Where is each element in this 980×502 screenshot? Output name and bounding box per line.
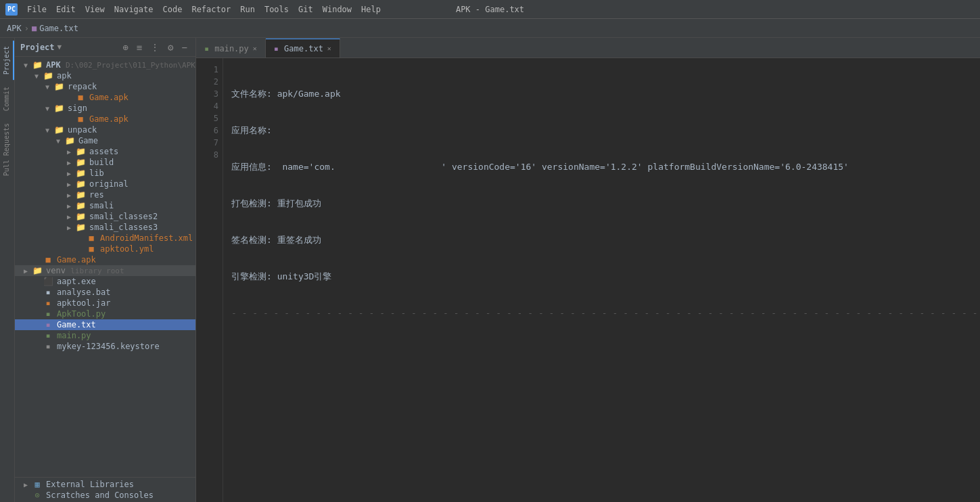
file-icon-manifest: ■	[85, 233, 97, 243]
menu-git[interactable]: Git	[294, 3, 317, 16]
tree-mykey-keystore[interactable]: ▪ mykey-123456.keystore	[15, 341, 195, 352]
title-bar: PC File Edit View Navigate Code Refactor…	[0, 0, 980, 19]
icon-scratches: ⊙	[31, 490, 43, 500]
tree-sign-game-apk[interactable]: ■ Game.apk	[15, 114, 195, 124]
tree-androidmanifest[interactable]: ■ AndroidManifest.xml	[15, 233, 195, 244]
sidebar-pull-requests-tab[interactable]: Pull Requests	[0, 118, 14, 181]
file-icon-bat: ▪	[42, 288, 54, 297]
tree-smali3-folder[interactable]: ▶ 📁 smali_classes3	[15, 222, 195, 233]
tree-label-keystore: mykey-123456.keystore	[57, 342, 160, 351]
tree-original-folder[interactable]: ▶ 📁 original	[15, 179, 195, 189]
tree-smali2-folder[interactable]: ▶ 📁 smali_classes2	[15, 211, 195, 222]
tree-repack-folder[interactable]: ▼ 📁 repack	[15, 81, 195, 92]
folder-icon-smali: 📁	[74, 201, 87, 210]
tree-label-aapt: aapt.exe	[57, 277, 96, 286]
tree-analyse-bat[interactable]: ▪ analyse.bat	[15, 287, 195, 298]
menu-navigate[interactable]: Navigate	[110, 3, 158, 16]
breadcrumb-sep: ›	[24, 24, 29, 33]
tree-game-apk-root[interactable]: ■ Game.apk	[15, 254, 195, 265]
tree-venv-folder[interactable]: ▶ 📁 venv library root	[15, 265, 195, 276]
code-area: 1 2 3 4 5 6 7 8 文件名称: apk/Game.apk 应用名称:…	[196, 58, 980, 502]
tree-apk-folder[interactable]: ▼ 📁 apk	[15, 70, 195, 81]
tree-repack-game-apk[interactable]: ■ Game.apk	[15, 92, 195, 103]
menu-refactor[interactable]: Refactor	[187, 3, 235, 16]
tree-unpack-folder[interactable]: ▼ 📁 unpack	[15, 124, 195, 135]
folder-icon-game: 📁	[64, 136, 76, 145]
tree-label-lib: lib	[89, 168, 104, 178]
tree-arrow-game: ▼	[53, 137, 64, 145]
file-icon-sign-apk: ■	[74, 114, 87, 124]
tree-label-smali2: smali_classes2	[89, 212, 158, 221]
folder-icon-lib: 📁	[74, 168, 87, 178]
tree-label-gameapk-root: Game.apk	[57, 255, 96, 265]
folder-icon-unpack: 📁	[53, 125, 65, 135]
project-tree: ▼ 📁 APK D:\002_Project\011_Python\APK ▼ …	[15, 57, 195, 477]
menu-code[interactable]: Code	[159, 3, 187, 16]
tab-icon-game-txt: ▪	[274, 44, 279, 53]
tree-label-unpack: unpack	[68, 125, 97, 135]
folder-icon-smali2: 📁	[74, 212, 87, 221]
tree-apktool-yml[interactable]: ■ apktool.yml	[15, 244, 195, 254]
app-logo: PC	[5, 3, 18, 16]
tree-smali-folder[interactable]: ▶ 📁 smali	[15, 200, 195, 211]
close-panel-btn[interactable]: −	[179, 41, 190, 54]
sidebar-commit-tab[interactable]: Commit	[0, 81, 14, 116]
breadcrumb-root[interactable]: APK	[7, 24, 22, 33]
menu-tools[interactable]: Tools	[260, 3, 293, 16]
tree-arrow-ext-libs: ▶	[20, 481, 31, 488]
code-line-1: 文件名称: apk/Game.apk	[231, 88, 980, 100]
locate-file-btn[interactable]: ⊕	[120, 41, 131, 54]
tab-main-py[interactable]: ▪ main.py ✕	[196, 39, 266, 58]
folder-icon-original: 📁	[74, 179, 87, 189]
tree-main-py[interactable]: ▪ main.py	[15, 330, 195, 341]
tree-label-scratches: Scratches and Consoles	[46, 490, 154, 500]
menu-help[interactable]: Help	[357, 3, 385, 16]
tree-build-folder[interactable]: ▶ 📁 build	[15, 157, 195, 168]
tree-scratches[interactable]: ⊙ Scratches and Consoles	[15, 490, 195, 501]
settings-btn[interactable]: ⚙	[165, 41, 176, 54]
menu-window[interactable]: Window	[319, 3, 356, 16]
tree-res-folder[interactable]: ▶ 📁 res	[15, 189, 195, 200]
tree-label-manifest: AndroidManifest.xml	[100, 233, 193, 243]
breadcrumb-file: ■Game.txt	[32, 24, 78, 33]
tree-game-folder[interactable]: ▼ 📁 Game	[15, 135, 195, 146]
tree-apktool-py[interactable]: ▪ ApkTool.py	[15, 309, 195, 319]
collapse-all-btn[interactable]: ≡	[134, 41, 145, 54]
tree-game-txt[interactable]: ▪ Game.txt	[15, 319, 195, 330]
tree-label-ext-libs: External Libraries	[46, 480, 134, 489]
tree-label-assets: assets	[89, 147, 118, 156]
tab-close-game-txt[interactable]: ✕	[327, 45, 331, 52]
tree-ext-libs[interactable]: ▶ ▦ External Libraries	[15, 479, 195, 490]
code-line-2: 应用名称:	[231, 124, 980, 137]
tree-label-apk: APK D:\002_Project\011_Python\APK	[46, 60, 195, 70]
file-icon-keystore: ▪	[42, 342, 54, 351]
tree-arrow-res: ▶	[64, 191, 74, 199]
project-actions: ⊕ ≡ ⋮ ⚙ −	[120, 41, 190, 54]
tree-arrow-venv: ▶	[20, 267, 31, 275]
tree-sign-folder[interactable]: ▼ 📁 sign	[15, 103, 195, 114]
menu-file[interactable]: File	[23, 3, 51, 16]
tree-arrow-repack: ▼	[42, 83, 53, 91]
project-header: Project ▼ ⊕ ≡ ⋮ ⚙ −	[15, 38, 195, 57]
code-content[interactable]: 文件名称: apk/Game.apk 应用名称: 应用信息: name='com…	[223, 58, 980, 502]
tree-apk-root[interactable]: ▼ 📁 APK D:\002_Project\011_Python\APK	[15, 60, 195, 70]
tree-assets-folder[interactable]: ▶ 📁 assets	[15, 146, 195, 157]
tree-arrow-assets: ▶	[64, 148, 74, 156]
menu-run[interactable]: Run	[236, 3, 259, 16]
expand-all-btn[interactable]: ⋮	[147, 41, 162, 54]
tree-apktool-jar[interactable]: ▪ apktool.jar	[15, 298, 195, 309]
tab-close-main-py[interactable]: ✕	[253, 45, 257, 52]
icon-ext-libs: ▦	[31, 480, 43, 489]
menu-view[interactable]: View	[81, 3, 109, 16]
code-line-4: 打包检测: 重打包成功	[231, 198, 980, 210]
tree-label-repack-apk: Game.apk	[89, 93, 129, 102]
tree-label-smali: smali	[89, 201, 114, 210]
tree-aapt-exe[interactable]: ⬛ aapt.exe	[15, 276, 195, 287]
tree-lib-folder[interactable]: ▶ 📁 lib	[15, 168, 195, 179]
menu-edit[interactable]: Edit	[52, 3, 80, 16]
folder-icon-assets: 📁	[74, 147, 87, 156]
sidebar-project-tab[interactable]: Project	[0, 41, 14, 80]
folder-icon-apkfolder: 📁	[42, 71, 54, 81]
tab-game-txt[interactable]: ▪ Game.txt ✕	[266, 39, 340, 58]
code-line-6: 引擎检测: unity3D引擎	[231, 271, 980, 283]
